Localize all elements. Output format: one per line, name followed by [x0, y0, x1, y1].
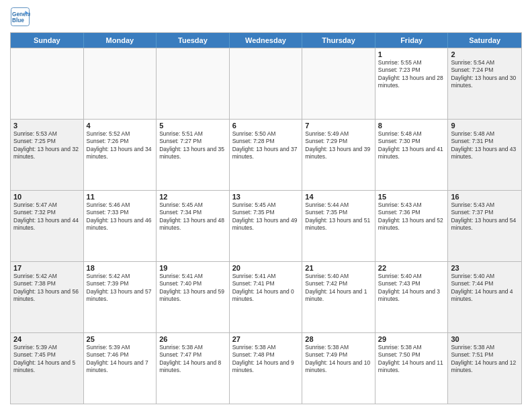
- cell-info: Sunrise: 5:50 AMSunset: 7:28 PMDaylight:…: [232, 130, 300, 161]
- calendar-cell-row4-col2: 18Sunrise: 5:42 AMSunset: 7:39 PMDayligh…: [84, 262, 157, 332]
- header: General Blue: [10, 7, 522, 27]
- calendar-cell-row5-col3: 26Sunrise: 5:38 AMSunset: 7:47 PMDayligh…: [157, 333, 230, 404]
- calendar-cell-row3-col4: 13Sunrise: 5:45 AMSunset: 7:35 PMDayligh…: [230, 191, 303, 261]
- cell-info: Sunrise: 5:48 AMSunset: 7:31 PMDaylight:…: [451, 130, 519, 161]
- calendar-row-2: 3Sunrise: 5:53 AMSunset: 7:25 PMDaylight…: [11, 119, 521, 190]
- cell-info: Sunrise: 5:43 AMSunset: 7:37 PMDaylight:…: [451, 201, 519, 232]
- cell-info: Sunrise: 5:38 AMSunset: 7:49 PMDaylight:…: [305, 344, 372, 375]
- calendar-cell-row4-col6: 22Sunrise: 5:40 AMSunset: 7:43 PMDayligh…: [375, 262, 449, 332]
- day-number: 2: [451, 50, 519, 58]
- day-number: 5: [159, 122, 226, 130]
- calendar-cell-row1-col7: 2Sunrise: 5:54 AMSunset: 7:24 PMDaylight…: [448, 48, 521, 119]
- calendar-cell-row1-col1: [11, 48, 84, 119]
- cell-info: Sunrise: 5:45 AMSunset: 7:34 PMDaylight:…: [159, 201, 226, 232]
- calendar-cell-row4-col3: 19Sunrise: 5:41 AMSunset: 7:40 PMDayligh…: [157, 262, 230, 332]
- day-number: 30: [451, 335, 519, 343]
- header-day-wednesday: Wednesday: [230, 33, 303, 48]
- calendar-cell-row1-col2: [84, 48, 157, 119]
- cell-info: Sunrise: 5:42 AMSunset: 7:39 PMDaylight:…: [87, 273, 154, 304]
- calendar-cell-row3-col1: 10Sunrise: 5:47 AMSunset: 7:32 PMDayligh…: [11, 191, 84, 261]
- day-number: 9: [451, 122, 519, 130]
- cell-info: Sunrise: 5:51 AMSunset: 7:27 PMDaylight:…: [159, 130, 226, 161]
- cell-info: Sunrise: 5:40 AMSunset: 7:43 PMDaylight:…: [378, 273, 445, 304]
- cell-info: Sunrise: 5:41 AMSunset: 7:40 PMDaylight:…: [159, 273, 226, 304]
- calendar-row-5: 24Sunrise: 5:39 AMSunset: 7:45 PMDayligh…: [11, 332, 521, 404]
- calendar-cell-row5-col6: 29Sunrise: 5:38 AMSunset: 7:50 PMDayligh…: [375, 333, 449, 404]
- cell-info: Sunrise: 5:40 AMSunset: 7:42 PMDaylight:…: [305, 273, 372, 304]
- calendar-cell-row2-col3: 5Sunrise: 5:51 AMSunset: 7:27 PMDaylight…: [157, 120, 230, 190]
- day-number: 13: [232, 193, 300, 201]
- day-number: 19: [159, 264, 226, 272]
- day-number: 24: [13, 335, 81, 343]
- day-number: 20: [232, 264, 300, 272]
- cell-info: Sunrise: 5:49 AMSunset: 7:29 PMDaylight:…: [305, 130, 372, 161]
- header-day-sunday: Sunday: [11, 33, 84, 48]
- day-number: 27: [232, 335, 300, 343]
- calendar-cell-row2-col2: 4Sunrise: 5:52 AMSunset: 7:26 PMDaylight…: [84, 120, 157, 190]
- cell-info: Sunrise: 5:47 AMSunset: 7:32 PMDaylight:…: [13, 201, 81, 232]
- cell-info: Sunrise: 5:40 AMSunset: 7:44 PMDaylight:…: [451, 273, 519, 304]
- day-number: 4: [87, 122, 154, 130]
- calendar-cell-row4-col4: 20Sunrise: 5:41 AMSunset: 7:41 PMDayligh…: [230, 262, 303, 332]
- calendar-cell-row3-col2: 11Sunrise: 5:46 AMSunset: 7:33 PMDayligh…: [84, 191, 157, 261]
- day-number: 16: [451, 193, 519, 201]
- day-number: 28: [305, 335, 372, 343]
- calendar-cell-row3-col5: 14Sunrise: 5:44 AMSunset: 7:35 PMDayligh…: [302, 191, 375, 261]
- header-day-tuesday: Tuesday: [157, 33, 230, 48]
- day-number: 10: [13, 193, 81, 201]
- cell-info: Sunrise: 5:42 AMSunset: 7:38 PMDaylight:…: [13, 273, 81, 304]
- calendar-row-1: 1Sunrise: 5:55 AMSunset: 7:23 PMDaylight…: [11, 48, 521, 119]
- page: General Blue SundayMondayTuesdayWednesda…: [0, 0, 532, 411]
- calendar-cell-row5-col4: 27Sunrise: 5:38 AMSunset: 7:48 PMDayligh…: [230, 333, 303, 404]
- header-day-thursday: Thursday: [302, 33, 375, 48]
- calendar-cell-row5-col7: 30Sunrise: 5:38 AMSunset: 7:51 PMDayligh…: [448, 333, 521, 404]
- calendar-header: SundayMondayTuesdayWednesdayThursdayFrid…: [11, 33, 521, 48]
- calendar-cell-row1-col4: [230, 48, 303, 119]
- calendar-row-3: 10Sunrise: 5:47 AMSunset: 7:32 PMDayligh…: [11, 190, 521, 261]
- calendar-cell-row4-col7: 23Sunrise: 5:40 AMSunset: 7:44 PMDayligh…: [448, 262, 521, 332]
- day-number: 15: [378, 193, 445, 201]
- calendar-cell-row5-col1: 24Sunrise: 5:39 AMSunset: 7:45 PMDayligh…: [11, 333, 84, 404]
- cell-info: Sunrise: 5:39 AMSunset: 7:46 PMDaylight:…: [87, 344, 154, 375]
- cell-info: Sunrise: 5:52 AMSunset: 7:26 PMDaylight:…: [87, 130, 154, 161]
- calendar-cell-row4-col1: 17Sunrise: 5:42 AMSunset: 7:38 PMDayligh…: [11, 262, 84, 332]
- calendar-cell-row2-col6: 8Sunrise: 5:48 AMSunset: 7:30 PMDaylight…: [375, 120, 449, 190]
- calendar-cell-row2-col1: 3Sunrise: 5:53 AMSunset: 7:25 PMDaylight…: [11, 120, 84, 190]
- day-number: 23: [451, 264, 519, 272]
- day-number: 14: [305, 193, 372, 201]
- cell-info: Sunrise: 5:48 AMSunset: 7:30 PMDaylight:…: [378, 130, 445, 161]
- header-day-friday: Friday: [375, 33, 449, 48]
- cell-info: Sunrise: 5:55 AMSunset: 7:23 PMDaylight:…: [378, 59, 445, 90]
- logo-icon: General Blue: [10, 7, 30, 27]
- svg-text:General: General: [12, 11, 30, 17]
- calendar-cell-row3-col3: 12Sunrise: 5:45 AMSunset: 7:34 PMDayligh…: [157, 191, 230, 261]
- day-number: 17: [13, 264, 81, 272]
- cell-info: Sunrise: 5:38 AMSunset: 7:50 PMDaylight:…: [378, 344, 445, 375]
- day-number: 12: [159, 193, 226, 201]
- calendar-cell-row2-col5: 7Sunrise: 5:49 AMSunset: 7:29 PMDaylight…: [302, 120, 375, 190]
- calendar-cell-row1-col5: [302, 48, 375, 119]
- header-day-saturday: Saturday: [448, 33, 521, 48]
- day-number: 6: [232, 122, 300, 130]
- cell-info: Sunrise: 5:41 AMSunset: 7:41 PMDaylight:…: [232, 273, 300, 304]
- cell-info: Sunrise: 5:45 AMSunset: 7:35 PMDaylight:…: [232, 201, 300, 232]
- cell-info: Sunrise: 5:39 AMSunset: 7:45 PMDaylight:…: [13, 344, 81, 375]
- cell-info: Sunrise: 5:38 AMSunset: 7:51 PMDaylight:…: [451, 344, 519, 375]
- cell-info: Sunrise: 5:53 AMSunset: 7:25 PMDaylight:…: [13, 130, 81, 161]
- day-number: 7: [305, 122, 372, 130]
- calendar-cell-row3-col7: 16Sunrise: 5:43 AMSunset: 7:37 PMDayligh…: [448, 191, 521, 261]
- day-number: 8: [378, 122, 445, 130]
- calendar: SundayMondayTuesdayWednesdayThursdayFrid…: [10, 32, 522, 404]
- day-number: 21: [305, 264, 372, 272]
- calendar-cell-row4-col5: 21Sunrise: 5:40 AMSunset: 7:42 PMDayligh…: [302, 262, 375, 332]
- day-number: 29: [378, 335, 445, 343]
- day-number: 3: [13, 122, 81, 130]
- calendar-cell-row3-col6: 15Sunrise: 5:43 AMSunset: 7:36 PMDayligh…: [375, 191, 449, 261]
- calendar-cell-row5-col2: 25Sunrise: 5:39 AMSunset: 7:46 PMDayligh…: [84, 333, 157, 404]
- cell-info: Sunrise: 5:38 AMSunset: 7:48 PMDaylight:…: [232, 344, 300, 375]
- calendar-row-4: 17Sunrise: 5:42 AMSunset: 7:38 PMDayligh…: [11, 261, 521, 332]
- calendar-cell-row2-col4: 6Sunrise: 5:50 AMSunset: 7:28 PMDaylight…: [230, 120, 303, 190]
- calendar-cell-row1-col6: 1Sunrise: 5:55 AMSunset: 7:23 PMDaylight…: [375, 48, 449, 119]
- calendar-cell-row2-col7: 9Sunrise: 5:48 AMSunset: 7:31 PMDaylight…: [448, 120, 521, 190]
- cell-info: Sunrise: 5:43 AMSunset: 7:36 PMDaylight:…: [378, 201, 445, 232]
